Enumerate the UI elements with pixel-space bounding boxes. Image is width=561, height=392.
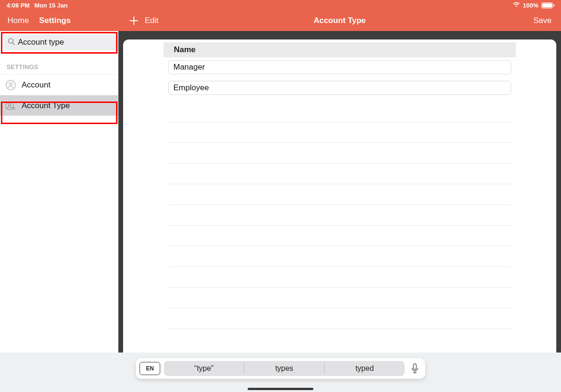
sidebar: Cancel SETTINGS Account Account Type: [0, 31, 118, 392]
empty-row: [168, 226, 511, 246]
empty-row: [168, 205, 511, 226]
save-button[interactable]: Save: [533, 16, 552, 25]
sidebar-item-account-type[interactable]: Account Type: [0, 95, 118, 116]
battery-icon: [541, 2, 554, 8]
settings-link[interactable]: Settings: [39, 16, 70, 25]
content-panel: Name: [123, 39, 556, 392]
search-field[interactable]: [4, 34, 133, 50]
empty-row: [168, 143, 511, 164]
empty-row: [168, 267, 511, 288]
microphone-icon[interactable]: [405, 363, 425, 374]
svg-rect-1: [542, 3, 552, 8]
empty-row: [168, 122, 511, 143]
search-icon: [8, 38, 15, 47]
svg-point-8: [8, 103, 11, 106]
svg-point-6: [9, 82, 12, 85]
wifi-icon: [513, 2, 520, 9]
edit-button[interactable]: Edit: [145, 16, 158, 25]
empty-row: [168, 308, 511, 329]
status-bar: 4:08 PM Mon 15 Jan 100%: [0, 0, 561, 10]
status-date: Mon 15 Jan: [34, 2, 68, 9]
empty-row: [168, 288, 511, 308]
suggestion-0[interactable]: “type”: [164, 364, 244, 373]
search-input[interactable]: [18, 38, 117, 47]
empty-row: [168, 102, 511, 122]
column-header: Name: [164, 42, 516, 57]
plus-icon[interactable]: [129, 16, 139, 26]
empty-row: [168, 246, 511, 267]
person-icon: [6, 80, 16, 90]
status-time: 4:08 PM: [7, 2, 30, 9]
svg-line-4: [13, 43, 15, 45]
suggestion-1[interactable]: types: [244, 364, 324, 373]
home-link[interactable]: Home: [8, 16, 29, 25]
header-bar: Home Settings Edit Account Type Save: [0, 10, 561, 31]
keyboard-bar: EN “type” types typed: [0, 353, 561, 392]
account-type-row-0[interactable]: [168, 60, 511, 74]
sidebar-item-label: Account Type: [22, 101, 70, 110]
empty-row: [168, 184, 511, 205]
suggestion-strip: “type” types typed: [164, 361, 405, 376]
home-indicator[interactable]: [248, 388, 313, 390]
empty-row: [168, 164, 511, 184]
account-type-row-1[interactable]: [168, 81, 511, 95]
sidebar-item-label: Account: [22, 80, 50, 90]
battery-percent: 100%: [523, 2, 538, 9]
svg-point-9: [13, 107, 15, 109]
sidebar-section-header: SETTINGS: [0, 54, 118, 74]
svg-rect-2: [553, 4, 554, 7]
svg-rect-10: [413, 364, 416, 369]
keyboard-language-button[interactable]: EN: [140, 362, 160, 375]
main-content: Name: [118, 31, 561, 392]
person-gear-icon: [6, 101, 16, 111]
page-title: Account Type: [313, 16, 366, 25]
sidebar-item-account[interactable]: Account: [0, 74, 118, 95]
suggestion-2[interactable]: typed: [325, 364, 405, 373]
